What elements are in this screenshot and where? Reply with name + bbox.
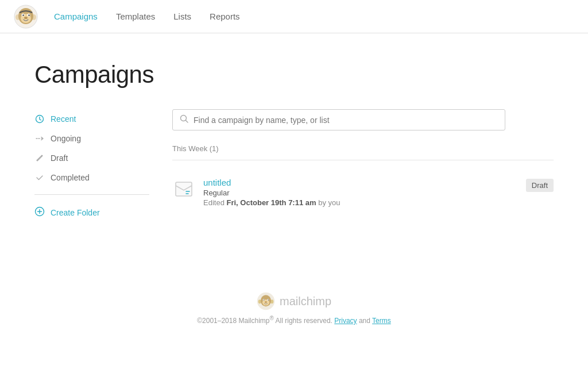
search-container [172,109,505,130]
svg-point-22 [268,299,269,301]
sidebar-label-completed: Completed [51,173,90,182]
campaign-edited: Edited Fri, October 19th 7:11 am by you [203,198,518,207]
sidebar-item-recent[interactable]: Recent [34,109,149,129]
footer-privacy-link[interactable]: Privacy [334,317,357,325]
footer-logo-area: mailchimp [34,292,554,310]
search-input[interactable] [194,116,498,125]
nav-link-lists[interactable]: Lists [173,11,191,21]
footer-logo-text: mailchimp [280,295,331,308]
draft-badge: Draft [526,179,554,192]
footer-copyright: ©2001–2018 Mailchimp® All rights reserve… [34,315,554,325]
sidebar-item-ongoing[interactable]: Ongoing [34,129,149,148]
nav-links: Campaigns Templates Lists Reports [54,11,240,21]
campaign-name[interactable]: untitled [203,178,231,187]
plus-circle-icon [34,206,45,218]
svg-rect-13 [176,182,192,196]
nav-link-templates[interactable]: Templates [116,11,155,21]
edited-date: Fri, October 19th 7:11 am [227,198,316,207]
create-folder-label: Create Folder [51,208,100,217]
nav-item-lists[interactable]: Lists [173,11,191,21]
campaign-item: untitled Regular Edited Fri, October 19t… [172,170,554,215]
footer-monkey-icon [257,292,275,310]
edited-prefix: Edited [203,198,225,207]
nav-item-reports[interactable]: Reports [210,11,240,21]
section-label: This Week (1) [172,144,554,153]
pencil-icon [34,153,45,163]
sidebar: Recent Ongoing Draft [34,109,149,223]
check-icon [34,172,45,183]
svg-point-8 [28,14,29,16]
sidebar-divider [34,194,149,195]
content-area: Recent Ongoing Draft [34,109,554,223]
sidebar-label-ongoing: Ongoing [51,134,81,143]
footer: mailchimp ©2001–2018 Mailchimp® All righ… [34,292,554,343]
edited-suffix: by you [318,198,340,207]
main-content: Campaigns Recent [0,33,588,366]
svg-point-12 [181,116,187,121]
logo[interactable] [14,5,38,29]
svg-point-23 [265,301,267,303]
nav-item-campaigns[interactable]: Campaigns [54,11,98,21]
clock-icon [34,114,45,124]
sidebar-label-recent: Recent [51,114,76,124]
navbar: Campaigns Templates Lists Reports [0,0,588,33]
search-icon [180,114,189,125]
svg-point-21 [264,299,265,301]
campaign-type: Regular [203,189,518,197]
svg-point-9 [24,17,28,19]
campaign-details: untitled Regular Edited Fri, October 19t… [203,178,518,207]
section-divider [172,160,554,160]
footer-terms-link[interactable]: Terms [372,317,391,325]
sidebar-item-completed[interactable]: Completed [34,168,149,187]
create-folder-button[interactable]: Create Folder [34,202,149,223]
sidebar-item-draft[interactable]: Draft [34,148,149,168]
page-title: Campaigns [34,61,554,89]
footer-sup: ® [270,315,274,321]
nav-item-templates[interactable]: Templates [116,11,155,21]
campaign-icon [172,178,195,201]
svg-point-7 [22,14,24,16]
nav-link-campaigns[interactable]: Campaigns [54,11,98,21]
arrow-right-icon [34,133,45,144]
nav-link-reports[interactable]: Reports [210,11,240,21]
main-panel: This Week (1) untitled Regular Edited [172,109,554,223]
sidebar-label-draft: Draft [51,153,68,163]
